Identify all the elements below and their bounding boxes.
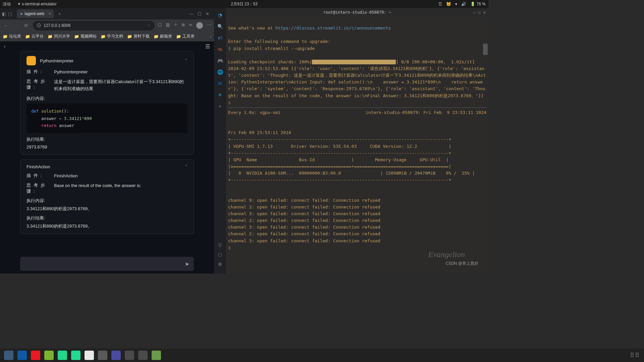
minimize-icon[interactable]: —	[473, 10, 475, 15]
extension-icon[interactable]: ⬡	[158, 22, 162, 29]
bookmark-folder[interactable]: 📁四川大学	[48, 34, 70, 39]
tab-title: lagent-web	[24, 11, 44, 16]
agent-avatar-icon	[26, 56, 36, 65]
clock[interactable]: 2月9日 23：53	[231, 1, 257, 7]
terminal-window: root@intern-studio-050879: ~ — ☐ ✕ See w…	[226, 8, 488, 274]
terminal-titlebar: root@intern-studio-050879: ~ — ☐ ✕	[226, 8, 488, 17]
volume-icon[interactable]: 🔊	[461, 2, 466, 6]
outlook-icon[interactable]: ✉	[216, 80, 224, 87]
address-bar[interactable]: ⓘ 127.0.0.1:6006 ☆	[33, 21, 155, 31]
fav-icon[interactable]: ✧	[174, 22, 177, 29]
plugin-value: FinishAction	[54, 173, 187, 180]
exec-label: 执行内容:	[26, 96, 187, 102]
bookmark-folder[interactable]: 📁邮箱类	[154, 34, 172, 39]
edge-sidebar: ◔ 🔍 🏷 🛍 🎮 🌐 ✉ ✈ + ⟨⟩ ▢ ⚙	[214, 8, 226, 274]
add-icon[interactable]: +	[216, 103, 224, 110]
action-card-finish: FinishAction ˄ 插件:FinishAction 思考步骤:Base…	[20, 159, 194, 234]
favorite-icon[interactable]: ☆	[147, 23, 151, 28]
bookmark-folder[interactable]: 📁学习文档	[101, 34, 123, 39]
browser-window: ◧ ▢ ● lagent-web × + — ☐ ✕ ← → ⟳ ⓘ 127.0…	[0, 8, 214, 274]
app-name: ✦ x-terminal-emulator	[17, 2, 57, 6]
app-icon[interactable]: ∞	[189, 22, 192, 29]
csdn-watermark: CSDN @早上真好	[445, 260, 478, 267]
telegram-icon[interactable]: ✈	[216, 91, 224, 99]
chevron-up-icon[interactable]: ˄	[185, 164, 187, 169]
exec-label: 执行内容:	[26, 198, 187, 204]
result-label: 执行结果:	[26, 136, 187, 142]
bing-icon[interactable]: ◔	[216, 11, 224, 19]
result-label: 执行结果:	[26, 215, 187, 221]
sidebar-toggle-icon[interactable]: ›	[4, 44, 5, 49]
panel-icon[interactable]: ▢	[8, 11, 12, 16]
tab-favicon: ●	[20, 11, 22, 16]
result-value: 2973.6769	[26, 144, 187, 149]
profile-avatar[interactable]	[196, 22, 203, 29]
url-text: 127.0.0.1:6006	[44, 23, 70, 28]
gnome-topbar: 活动 ✦ x-terminal-emulator 2月9日 23：53 ☲ 🐱 …	[0, 0, 488, 8]
panel-bottom-icon[interactable]: ▢	[218, 252, 222, 257]
send-icon[interactable]: ➤	[185, 261, 189, 267]
activities-button[interactable]: 活动	[3, 1, 11, 7]
code-block: def solution(): answer = 3.34121*890 ret…	[26, 104, 187, 133]
search-sidebar-icon[interactable]: 🔍	[216, 23, 224, 30]
action-card-python: PythonInterpreter ˄ 插件:PythonInterpreter…	[20, 51, 194, 155]
shopping-icon[interactable]: 🛍	[216, 46, 224, 53]
info-icon[interactable]: ⓘ	[37, 23, 41, 28]
chevron-right-icon[interactable]: ›	[210, 34, 211, 39]
browser-tab[interactable]: ● lagent-web ×	[17, 9, 54, 18]
reader-icon[interactable]: ▥	[166, 22, 170, 29]
card-title: PythonInterpreter	[40, 58, 73, 63]
card-title: FinishAction	[26, 164, 50, 169]
hamburger-icon[interactable]: ☰	[205, 43, 210, 50]
plugin-value: PythonInterpreter	[54, 69, 187, 76]
bookmark-folder[interactable]: 📁论坛类	[3, 34, 21, 39]
close-window-icon[interactable]: ✕	[206, 11, 209, 16]
close-icon[interactable]: ×	[49, 11, 51, 16]
new-tab-button[interactable]: +	[56, 10, 64, 18]
reload-icon[interactable]: ⟳	[23, 23, 30, 28]
bookmark-folder[interactable]: 📁云平台	[25, 34, 44, 39]
menu-icon[interactable]: ⋯	[207, 22, 211, 29]
gear-icon[interactable]: ⚙	[218, 262, 222, 267]
tag-icon[interactable]: 🏷	[216, 34, 224, 42]
close-icon[interactable]: ✕	[483, 10, 486, 15]
forward-icon: →	[13, 23, 19, 28]
maximize-icon[interactable]: ☐	[478, 10, 481, 15]
chevron-up-icon[interactable]: ˄	[185, 58, 187, 63]
maximize-icon[interactable]: ☐	[198, 11, 202, 16]
wifi-icon[interactable]: ▾	[455, 2, 457, 6]
input-method-icon[interactable]: ☲	[438, 2, 442, 6]
collections-icon[interactable]: ⊕	[181, 22, 185, 29]
back-icon[interactable]: ←	[3, 23, 9, 28]
exec-value: 3.34121和890的积是2973.6769。	[26, 206, 187, 212]
brackets-icon[interactable]: ⟨⟩	[218, 242, 222, 247]
signature-watermark: Evangelion	[428, 248, 465, 261]
battery-icon[interactable]: 🔋 76 %	[470, 2, 486, 6]
bookmark-folder[interactable]: 📁资料下载	[127, 34, 150, 39]
chat-input[interactable]: ➤	[20, 257, 194, 271]
tray-icon[interactable]: 🐱	[446, 2, 451, 6]
bookmarks-bar: 📁论坛类 📁云平台 📁四川大学 📁视频网站 📁学习文档 📁资料下载 📁邮箱类 📁…	[0, 32, 214, 42]
chat-content: PythonInterpreter ˄ 插件:PythonInterpreter…	[0, 51, 214, 255]
games-icon[interactable]: 🎮	[216, 57, 224, 64]
bookmark-folder[interactable]: 📁工具类	[176, 34, 195, 39]
thought-value: 这是一道计算题，需要用计算器Calculator计算一下3.34121和890的…	[54, 78, 187, 93]
result-value: 3.34121和890的积是2973.6769。	[26, 223, 187, 229]
terminal-output[interactable]: See what's new at https://discuss.stream…	[226, 17, 488, 274]
profile-icon[interactable]: ◧	[2, 11, 6, 16]
bookmark-folder[interactable]: 📁视频网站	[74, 34, 97, 39]
thought-value: Base on the result of the code, the answ…	[54, 182, 187, 194]
scrollbar[interactable]	[483, 44, 488, 55]
minimize-icon[interactable]: —	[189, 11, 194, 16]
browser-icon[interactable]: 🌐	[216, 68, 224, 76]
